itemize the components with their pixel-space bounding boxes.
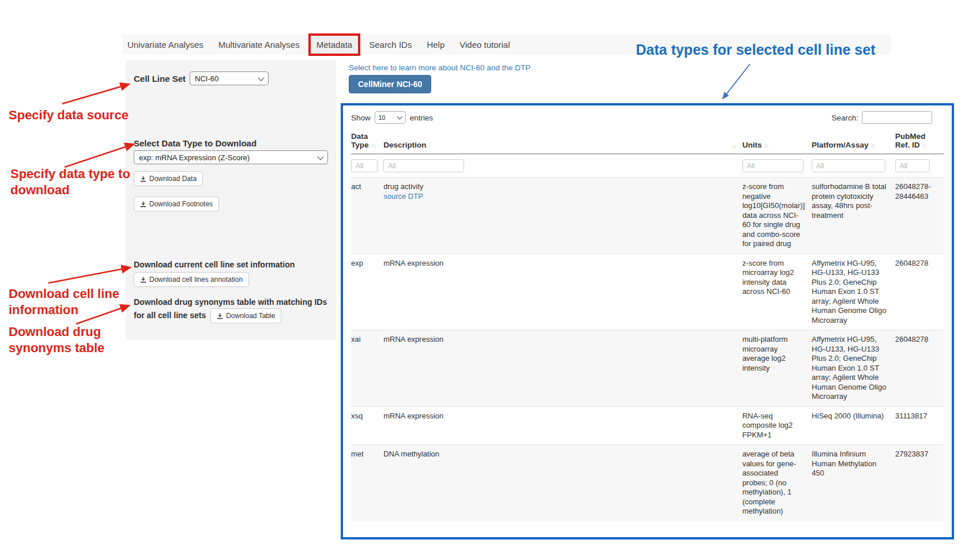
filter-input-platform[interactable] (812, 159, 885, 172)
nav-item-search-ids[interactable]: Search IDs (361, 40, 419, 50)
cell-platform: Affymetrix HG-U95, HG-U133, HG-U133 Plus… (812, 330, 895, 407)
annotation-download-cell-line-info: Download cell line information (9, 286, 119, 318)
filter-input-data-type[interactable] (351, 159, 378, 172)
cell-units: average of beta values for gene-associat… (742, 445, 812, 521)
table-body: actdrug activitysource DTPz-score from n… (351, 178, 944, 521)
chevron-down-icon (258, 74, 264, 81)
annotation-specify-data-source: Specify data source (9, 107, 129, 123)
column-header-description[interactable]: ↑↓Description (383, 130, 742, 154)
cell-data-type: exp (351, 254, 383, 330)
cell-data-type: xai (351, 330, 383, 407)
table-row: expmRNA expressionz-score from microarra… (351, 254, 944, 330)
table-row: xaimRNA expressionmulti-platform microar… (351, 330, 944, 407)
cell-units: z-score from negative log10[GI50(molar)]… (742, 178, 812, 254)
cell-data-type: met (351, 445, 383, 521)
cell-units: z-score from microarray log2 intensity d… (742, 254, 812, 330)
column-header-units[interactable]: Units↑↓ (742, 130, 812, 154)
data-table: Data Type↑↓ ↑↓Description Units↑↓ Platfo… (351, 130, 944, 521)
data-type-label: Select Data Type to Download (134, 138, 257, 148)
description-text: drug activity (383, 182, 735, 192)
column-header-platform[interactable]: Platform/Assay↑↓ (812, 130, 895, 154)
search-input[interactable] (862, 111, 932, 124)
cell-line-set-select[interactable]: NCI-60 (190, 71, 269, 85)
filter-input-pubmed[interactable] (895, 159, 930, 172)
cell-data-type: act (351, 178, 383, 254)
sort-icon[interactable]: ↑↓ (919, 142, 926, 149)
cellminer-nci60-button[interactable]: CellMiner NCI-60 (349, 75, 431, 93)
cell-pubmed: 31113817 (895, 406, 944, 445)
sort-icon[interactable]: ↑↓ (868, 142, 875, 149)
description-text: mRNA expression (383, 259, 735, 269)
cell-line-set-label: Cell Line Set (134, 74, 186, 84)
nav-item-univariate-analyses[interactable]: Univariate Analyses (123, 40, 211, 50)
cell-platform: Illumina Infinium Human Methylation 450 (812, 445, 895, 521)
data-types-table-panel: Show 10 entries Search: Data Type↑↓ ↑↓De… (341, 103, 954, 539)
sort-icon[interactable]: ↑↓ (729, 142, 736, 149)
table-row: metDNA methylationaverage of beta values… (351, 445, 944, 521)
chevron-down-icon (397, 114, 402, 120)
cell-description: mRNA expression (383, 330, 742, 407)
nav-item-metadata[interactable]: Metadata (308, 33, 361, 56)
download-control-panel: Cell Line Set NCI-60 Select Data Type to… (126, 60, 336, 340)
cell-description: DNA methylation (383, 445, 742, 521)
download-icon (140, 277, 146, 283)
cell-pubmed: 26048278 (895, 330, 944, 407)
annotation-specify-data-type: Specify data type to download (10, 166, 130, 198)
search-label: Search: (831, 114, 858, 122)
sort-icon[interactable]: ↑↓ (369, 142, 375, 149)
learn-more-link[interactable]: Select here to learn more about NCI-60 a… (349, 63, 530, 72)
page-length-select[interactable]: 10 (375, 111, 406, 124)
download-icon (140, 201, 146, 207)
red-arrow (48, 267, 130, 283)
cell-description: mRNA expression (383, 254, 742, 330)
download-table-button[interactable]: Download Table (210, 308, 281, 323)
cell-description: mRNA expression (383, 406, 742, 445)
annotation-data-types-title: Data types for selected cell line set (636, 41, 875, 58)
cell-pubmed: 26048278 (895, 254, 944, 330)
blue-arrow (723, 64, 750, 99)
red-arrow (62, 84, 129, 104)
cell-pubmed: 27923837 (895, 445, 944, 521)
table-row: actdrug activitysource DTPz-score from n… (351, 178, 944, 254)
red-arrow (65, 144, 134, 167)
download-footnotes-button[interactable]: Download Footnotes (134, 197, 219, 212)
cell-pubmed: 26048278-28446463 (895, 178, 944, 254)
table-row: xsqmRNA expressionRNA-seq composite log2… (351, 406, 944, 445)
annotation-download-drug-synonyms: Download drug synonyms table (9, 324, 104, 356)
download-icon (140, 176, 146, 182)
cell-units: multi-platform microarray average log2 i… (742, 330, 812, 407)
download-icon (217, 313, 223, 319)
sort-icon[interactable]: ↑↓ (762, 142, 768, 149)
download-data-button[interactable]: Download Data (134, 171, 203, 186)
cell-platform: Affymetrix HG-U95, HG-U133, HG-U133 Plus… (812, 254, 895, 330)
cell-data-type: xsq (351, 406, 383, 445)
cell-line-info-heading: Download current cell line set informati… (134, 260, 295, 269)
nav-item-video-tutorial[interactable]: Video tutorial (452, 40, 517, 50)
cell-units: RNA-seq composite log2 FPKM+1 (742, 406, 812, 445)
description-text: mRNA expression (383, 335, 735, 345)
show-entries-label: Show (351, 114, 371, 122)
entries-label: entries (410, 114, 434, 122)
cell-description: drug activitysource DTP (383, 178, 742, 254)
data-type-select[interactable]: exp: mRNA Expression (Z-Score) (134, 150, 328, 164)
filter-input-units[interactable] (742, 159, 804, 172)
nav-item-help[interactable]: Help (419, 40, 452, 50)
description-text: mRNA expression (383, 412, 735, 421)
cell-platform: HiSeq 2000 (Illumina) (812, 406, 895, 445)
column-header-data-type[interactable]: Data Type↑↓ (351, 130, 383, 154)
nav-item-multivariate-analyses[interactable]: Multivariate Analyses (211, 40, 307, 50)
drug-synonyms-heading: Download drug synonyms table with matchi… (134, 296, 337, 323)
download-cell-lines-annotation-button[interactable]: Download cell lines annotation (134, 272, 249, 287)
source-dtp-link[interactable]: source DTP (383, 192, 735, 202)
column-header-pubmed[interactable]: PubMed Ref. ID↑↓ (895, 130, 944, 154)
chevron-down-icon (317, 153, 323, 160)
cell-platform: sulforhodamine B total protein cytotoxic… (812, 178, 895, 254)
description-text: DNA methylation (383, 450, 735, 459)
filter-input-description[interactable] (383, 159, 464, 172)
